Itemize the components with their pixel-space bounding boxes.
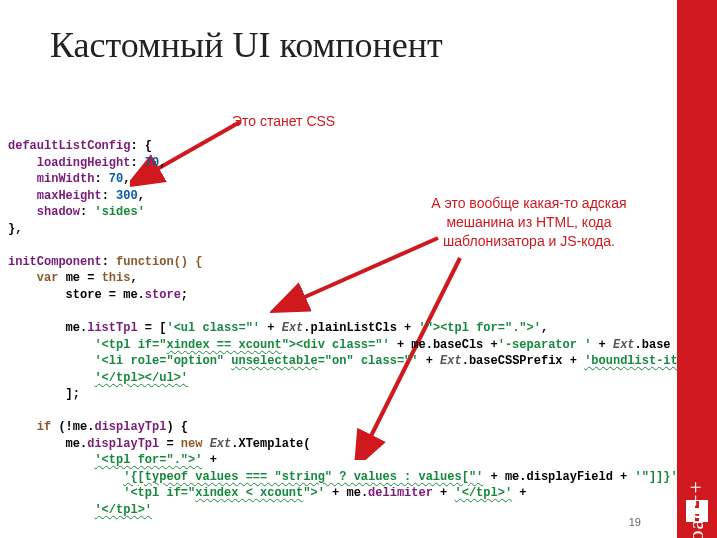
annotation-css: Это станет CSS [232, 112, 335, 131]
page-number: 19 [629, 516, 641, 528]
svg-rect-5 [686, 508, 708, 514]
brand-sidebar: HighLoad++ [677, 0, 717, 538]
code-snippet: defaultListConfig: { loadingHeight: 70, … [8, 138, 648, 519]
slide-title: Кастомный UI компонент [50, 24, 443, 66]
brand-logo-icon [684, 498, 710, 524]
